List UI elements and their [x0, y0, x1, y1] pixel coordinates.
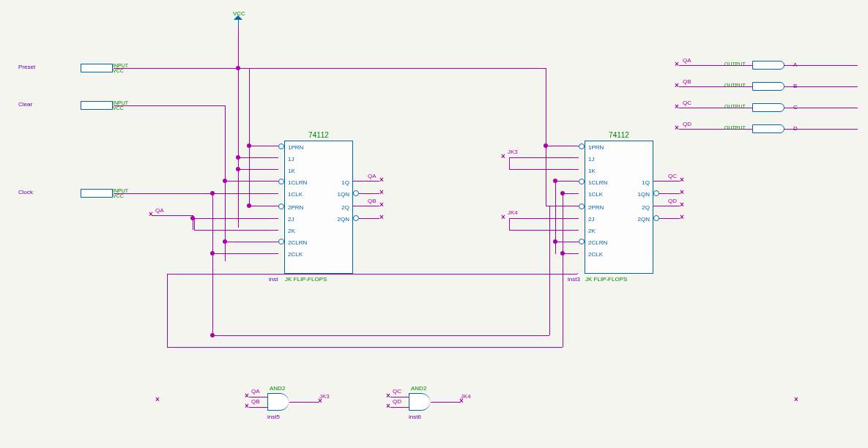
- chip-inst: inst: [269, 276, 278, 283]
- chip-part: 74112: [585, 131, 653, 139]
- net-end: ×: [386, 392, 390, 400]
- output-port-D: OUTPUT: [752, 124, 784, 133]
- gate-inst: inst6: [409, 414, 421, 420]
- junction: [236, 66, 240, 70]
- net-jk4: JK4: [508, 209, 518, 216]
- junction: [553, 239, 557, 244]
- wire: [225, 242, 278, 242]
- bubble: [579, 204, 585, 209]
- pin: 2K: [288, 228, 295, 234]
- wire: [784, 65, 858, 66]
- chip-desc: JK FLIP-FLOPS: [285, 276, 359, 283]
- chip-desc: JK FLIP-FLOPS: [585, 276, 659, 283]
- output-port-B: OUTPUT: [752, 82, 784, 91]
- wire: [509, 230, 579, 231]
- gate-inA: QA: [251, 388, 260, 395]
- wire: [546, 146, 546, 206]
- out-net: QC: [683, 100, 691, 106]
- output-port-C: OUTPUT: [752, 103, 784, 112]
- pin: 1PRN: [288, 144, 303, 151]
- net-end: ×: [675, 81, 679, 89]
- wire: [784, 129, 858, 130]
- pin: 1J: [288, 156, 294, 163]
- net-end: ×: [149, 210, 153, 218]
- wire: [212, 193, 278, 194]
- net-qa: QA: [368, 173, 376, 179]
- wire: [152, 215, 193, 216]
- wire: [555, 242, 579, 242]
- wire: [509, 157, 510, 169]
- input-port-preset: Preset INPUT VCC: [81, 64, 113, 72]
- wire: [784, 108, 858, 108]
- wire: [390, 397, 409, 397]
- net-qa-stub: QA: [155, 207, 164, 214]
- gate-inB: QD: [393, 398, 401, 405]
- wire: [238, 26, 239, 228]
- input-name: Clear: [18, 101, 32, 108]
- wire: [431, 402, 460, 403]
- pin: 2J: [588, 216, 594, 223]
- wire: [577, 273, 578, 274]
- net-qb: QB: [368, 198, 376, 204]
- chip-inst: inst3: [568, 276, 580, 283]
- wire: [353, 206, 379, 206]
- wire: [555, 181, 579, 182]
- net-end: ×: [501, 152, 505, 160]
- gate-type: AND2: [411, 385, 426, 392]
- junction: [210, 251, 215, 255]
- input-type: INPUT: [113, 63, 128, 68]
- schematic-canvas[interactable]: { "vcc": { "label": "VCC" }, "inputs": {…: [0, 0, 868, 448]
- wire: [289, 402, 319, 403]
- chip-74112-1: 74112 inst JK FLIP-FLOPS 1PRN 1J 1K 1CLR…: [284, 141, 353, 274]
- pin: 1K: [288, 168, 295, 174]
- out-net: QA: [683, 57, 691, 64]
- net-end: ×: [794, 395, 798, 403]
- net-jk3: JK3: [508, 149, 518, 155]
- bubble: [278, 239, 284, 244]
- wire: [563, 193, 563, 347]
- input-type: INPUT: [113, 100, 128, 105]
- pin: 2CLRN: [288, 239, 307, 246]
- bubble: [579, 179, 585, 184]
- wire: [563, 253, 579, 254]
- bubble: [278, 204, 284, 209]
- wire: [546, 146, 579, 146]
- wire: [359, 218, 379, 219]
- junction: [236, 167, 240, 171]
- pin: 1J: [588, 156, 594, 163]
- wire: [509, 157, 579, 158]
- out-net: QD: [683, 121, 691, 127]
- pin: 2CLK: [588, 251, 603, 258]
- gate-inst: inst5: [267, 414, 280, 420]
- net-end: ×: [245, 402, 249, 410]
- wire: [238, 157, 278, 158]
- wire: [212, 335, 549, 336]
- pin: 1QN: [638, 191, 650, 198]
- wire: [249, 397, 267, 397]
- junction: [236, 155, 240, 160]
- gate-out: JK4: [461, 393, 471, 400]
- input-sub: VCC: [113, 105, 124, 111]
- wire: [563, 193, 579, 194]
- junction: [247, 204, 251, 208]
- input-port-clock: Clock INPUT VCC: [81, 189, 113, 198]
- junction: [210, 191, 215, 195]
- wire: [225, 105, 226, 261]
- out-type: OUTPUT: [724, 83, 746, 88]
- net-end: ×: [386, 402, 390, 410]
- bubble: [579, 143, 585, 149]
- junction: [553, 179, 557, 183]
- pin: 1CLRN: [288, 179, 307, 186]
- junction: [223, 239, 227, 244]
- pin: 1CLK: [588, 191, 603, 198]
- bubble: [278, 143, 284, 149]
- wire: [167, 274, 577, 275]
- wire: [659, 193, 680, 194]
- gate-inA: QC: [393, 388, 401, 395]
- wire: [249, 146, 278, 146]
- chip-part: 74112: [285, 131, 352, 139]
- net-end: ×: [379, 201, 384, 209]
- net-end: ×: [155, 395, 160, 403]
- junction: [210, 333, 215, 337]
- input-sub: VCC: [113, 68, 124, 73]
